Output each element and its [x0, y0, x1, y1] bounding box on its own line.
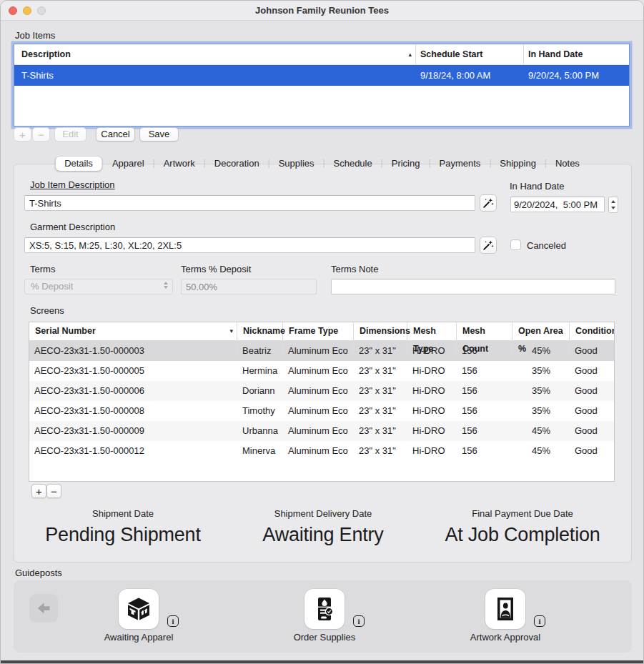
guideposts-back-button[interactable] — [29, 594, 58, 623]
guideposts-section-label: Guideposts — [15, 568, 62, 578]
screen-cell: Aluminum Eco — [283, 361, 354, 381]
tab-details[interactable]: Details — [55, 157, 102, 171]
close-window-icon[interactable] — [9, 6, 17, 15]
screen-column-header-1[interactable]: Nickname — [237, 322, 283, 358]
autofill-description-button[interactable] — [480, 194, 497, 212]
screen-column-header-5[interactable]: Mesh Count — [457, 322, 512, 358]
tab-schedule[interactable]: Schedule — [325, 157, 382, 171]
screen-column-header-7[interactable]: Condition — [570, 322, 615, 358]
job-item-description-input[interactable] — [24, 195, 475, 211]
screen-column-header-2[interactable]: Frame Type — [283, 322, 354, 358]
add-job-item-button[interactable]: + — [14, 127, 31, 142]
shipment-delivery-date-value: Awaiting Entry — [216, 524, 430, 546]
tab-supplies[interactable]: Supplies — [269, 157, 324, 171]
terms-note-input[interactable] — [331, 279, 615, 294]
screen-cell: Hi-DRO — [407, 401, 457, 421]
tab-decoration[interactable]: Decoration — [205, 157, 269, 171]
job-item-row[interactable]: T-Shirts9/18/24, 8:00 AM9/20/24, 5:00 PM — [14, 65, 629, 86]
save-button[interactable]: Save — [139, 127, 179, 142]
awaiting-apparel-info-icon[interactable]: i — [167, 615, 179, 627]
screen-cell: 23" x 31" — [354, 361, 407, 381]
screen-cell: Good — [570, 441, 614, 461]
screens-table-header: Serial Number▾NicknameFrame TypeDimensio… — [29, 322, 614, 341]
remove-screen-button[interactable]: − — [46, 484, 61, 498]
details-tab-panel: Job Item Description In Hand Date Garmen… — [14, 164, 632, 563]
screen-cell: Hi-DRO — [407, 361, 457, 381]
tab-shipping[interactable]: Shipping — [490, 157, 545, 171]
screen-column-header-6[interactable]: Open Area % — [512, 322, 570, 358]
add-screen-button[interactable]: + — [31, 484, 46, 498]
screen-column-header-4[interactable]: Mesh Type — [407, 322, 457, 358]
screen-row[interactable]: AECO-23x31-1.50-000005HerminaAluminum Ec… — [29, 361, 614, 381]
sort-asc-icon: ▴ — [408, 44, 412, 64]
screens-table[interactable]: Serial Number▾NicknameFrame TypeDimensio… — [29, 322, 615, 482]
minimize-window-icon[interactable] — [23, 6, 31, 15]
screen-cell: 156 — [457, 361, 512, 381]
screen-cell: Hi-DRO — [407, 441, 457, 461]
screen-cell: Aluminum Eco — [283, 401, 354, 421]
final-payment-due-date-milestone: Final Payment Due Date At Job Completion — [415, 508, 630, 546]
shipment-date-label: Shipment Date — [16, 508, 230, 519]
canceled-checkbox[interactable] — [510, 239, 521, 250]
terms-note-label: Terms Note — [331, 264, 378, 274]
screen-cell: 23" x 31" — [354, 401, 407, 421]
column-label: In Hand Date — [528, 49, 583, 59]
screen-cell: 156 — [457, 421, 512, 441]
autofill-garment-button[interactable] — [480, 237, 497, 254]
job-item-cell: 9/20/24, 5:00 PM — [524, 65, 629, 86]
column-label: Dimensions — [360, 326, 410, 336]
job-item-column-header-1[interactable]: Schedule Start — [416, 44, 524, 64]
job-item-cell: 9/18/24, 8:00 AM — [416, 65, 524, 86]
terms-pct-deposit-input — [181, 279, 317, 294]
artwork-approval-label: Artwork Approval — [450, 632, 561, 643]
job-items-table-header: Description▴Schedule StartIn Hand Date — [14, 44, 629, 65]
screen-row[interactable]: AECO-23x31-1.50-000012MinervaAluminum Ec… — [29, 441, 614, 461]
column-label: Mesh Type — [413, 326, 436, 354]
screen-cell: 156 — [457, 401, 512, 421]
shipment-delivery-date-milestone: Shipment Delivery Date Awaiting Entry — [216, 508, 430, 546]
remove-job-item-button[interactable]: − — [32, 127, 50, 142]
tab-apparel[interactable]: Apparel — [103, 157, 154, 171]
screen-row[interactable]: AECO-23x31-1.50-000009UrbannaAluminum Ec… — [29, 421, 614, 441]
order-supplies-button[interactable] — [304, 589, 345, 629]
screen-column-header-3[interactable]: Dimensions — [354, 322, 407, 358]
job-items-table[interactable]: Description▴Schedule StartIn Hand Date T… — [14, 44, 630, 127]
cancel-button[interactable]: Cancel — [96, 127, 135, 142]
in-hand-date-stepper[interactable] — [608, 197, 618, 213]
window-title: Johnson Family Reunion Tees — [1, 1, 643, 21]
artwork-approval-info-icon[interactable]: i — [534, 615, 545, 627]
artwork-approval-button[interactable] — [485, 589, 525, 629]
in-hand-date-input[interactable] — [510, 197, 605, 212]
screen-cell: AECO-23x31-1.50-000012 — [29, 441, 237, 461]
awaiting-apparel-button[interactable] — [119, 589, 159, 629]
screen-cell: 45% — [512, 441, 570, 461]
screen-cell: Hermina — [237, 361, 283, 381]
job-item-column-header-2[interactable]: In Hand Date — [524, 44, 629, 64]
screen-column-header-0[interactable]: Serial Number▾ — [29, 322, 237, 358]
job-item-description-label[interactable]: Job Item Description — [30, 179, 115, 190]
order-supplies-label: Order Supplies — [269, 632, 380, 643]
job-item-column-header-0[interactable]: Description▴ — [14, 44, 416, 64]
tab-pricing[interactable]: Pricing — [382, 157, 430, 171]
stepper-down-icon — [611, 207, 615, 209]
screen-cell: 23" x 31" — [354, 441, 407, 461]
order-supplies-info-icon[interactable]: i — [353, 615, 365, 627]
screen-cell: 35% — [512, 361, 570, 381]
column-label: Nickname — [243, 326, 285, 336]
screen-cell: Good — [570, 361, 614, 381]
garment-description-input[interactable] — [24, 237, 475, 253]
screen-cell: Aluminum Eco — [283, 381, 354, 401]
tab-payments[interactable]: Payments — [430, 157, 490, 171]
screen-cell: Hi-DRO — [407, 421, 457, 441]
edit-button[interactable]: Edit — [54, 127, 86, 142]
screen-row[interactable]: AECO-23x31-1.50-000006DoriannAluminum Ec… — [29, 381, 614, 401]
screens-section-label: Screens — [30, 305, 64, 316]
screen-row[interactable]: AECO-23x31-1.50-000008TimothyAluminum Ec… — [29, 401, 614, 421]
screen-cell: 156 — [457, 441, 512, 461]
tab-notes[interactable]: Notes — [546, 157, 589, 171]
column-label: Schedule Start — [420, 49, 483, 59]
column-label: Description — [21, 49, 71, 59]
app-window: Johnson Family Reunion Tees Job Items De… — [0, 0, 644, 664]
tab-artwork[interactable]: Artwork — [154, 157, 204, 171]
terms-pct-deposit-label: Terms % Deposit — [181, 264, 251, 274]
